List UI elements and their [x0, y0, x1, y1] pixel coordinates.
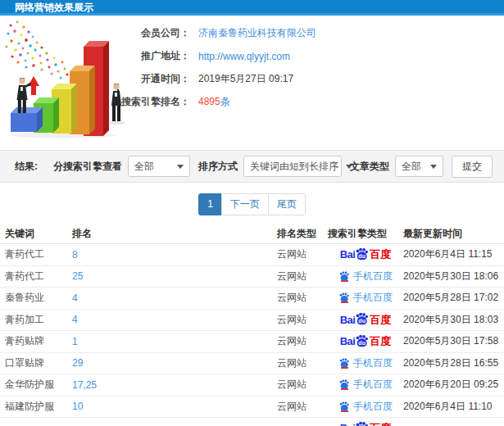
mobile-baidu-logo: 手机百度 [338, 291, 393, 305]
baidu-logo-cn: 百度 [370, 249, 391, 260]
rank-link[interactable]: 10 [72, 401, 83, 412]
rank-type-cell: 云网站 [277, 270, 328, 283]
engine-cell: 手机百度 [328, 291, 403, 305]
baidu-paw-icon: du [355, 421, 369, 426]
rank-link[interactable]: 29 [72, 357, 83, 369]
baidu-logo: Baidu百度 [340, 247, 392, 262]
rank-link[interactable]: 25 [72, 270, 83, 282]
rank-cell: 4 [72, 314, 277, 325]
engine-cell: 手机百度 [328, 400, 403, 414]
open-time-value: 2019年5月27日 09:17 [198, 72, 293, 86]
member-company-row: 会员公司： 济南秦鲁药业科技有限公司 [89, 27, 316, 39]
submit-button[interactable]: 提交 [452, 156, 493, 178]
updated-cell: 2020年6月4日 11:15 [403, 247, 504, 261]
rank-link[interactable]: 17,25 [72, 379, 97, 391]
rank-cell: 1 [72, 336, 277, 347]
header-rank: 排名 [72, 227, 277, 241]
next-page-button[interactable]: 下一页 [221, 193, 269, 215]
baidu-paw-icon [338, 271, 350, 282]
rank-link[interactable]: 4 [72, 292, 78, 304]
promo-url-row: 推广地址： http://www.qlyyjt.com [89, 50, 316, 62]
rank-link[interactable]: 4 [72, 314, 78, 325]
baidu-paw-icon: du [355, 247, 369, 261]
updated-cell: 2020年5月28日 17:02 [403, 291, 504, 305]
table-row: 秦鲁药业4云网站手机百度2020年5月28日 17:02 [0, 288, 504, 310]
keyword-cell: 秦鲁药业 [5, 291, 72, 305]
baidu-paw-icon [338, 379, 350, 390]
mobile-baidu-logo: 手机百度 [338, 400, 393, 414]
mobile-baidu-label: 手机百度 [353, 356, 393, 370]
mobile-baidu-label: 手机百度 [353, 400, 393, 414]
baidu-logo-cn: 百度 [370, 423, 391, 426]
engine-cell: 手机百度 [328, 378, 403, 392]
mobile-baidu-label: 手机百度 [353, 378, 393, 392]
baidu-logo: Baidu百度 [340, 334, 392, 349]
baidu-logo: Baidu百度 [340, 421, 392, 426]
engine-filter-label: 分搜索引擎查看 [53, 160, 122, 174]
updated-cell: 2020年6月4日 11:10 [403, 400, 504, 414]
engine-cell: Baidu百度 [328, 421, 403, 426]
table-row: 福建防护服10云网站手机百度2020年6月4日 11:10 [0, 397, 504, 419]
keyword-cell: 膏药代工 [5, 270, 72, 283]
page-title: 网络营销效果展示 [15, 2, 93, 13]
promo-url-link[interactable]: http://www.qlyyjt.com [198, 51, 290, 62]
mobile-baidu-label: 手机百度 [353, 291, 393, 305]
pagination: 1 下一页 尾页 [0, 193, 504, 215]
header-rank-type: 排名类型 [277, 227, 328, 241]
rank-count-label: 搜索引擎排名： [89, 95, 190, 109]
last-page-button[interactable]: 尾页 [268, 193, 306, 215]
mobile-baidu-logo: 手机百度 [338, 270, 393, 283]
baidu-paw-icon [338, 401, 350, 412]
article-type-filter-label: 文章类型 [350, 160, 389, 174]
rank-link[interactable]: 1 [72, 336, 78, 347]
baidu-logo-cn: 百度 [370, 315, 391, 325]
confetti-dots [6, 21, 69, 79]
results-section-label: 结果: [15, 160, 38, 174]
page-1-button[interactable]: 1 [198, 193, 222, 215]
baidu-paw-icon [338, 292, 350, 303]
keyword-cell: 膏药贴牌 [5, 334, 72, 348]
rank-type-cell: 云网站 [277, 291, 328, 305]
member-info-form: 会员公司： 济南秦鲁药业科技有限公司 推广地址： http://www.qlyy… [89, 27, 316, 119]
caret-down-icon [177, 165, 184, 169]
member-company-label: 会员公司： [89, 26, 190, 40]
baidu-logo-bai: Bai [340, 315, 356, 325]
sort-filter-label: 排序方式 [198, 160, 238, 174]
table-row: 口罩贴牌29云网站手机百度2020年5月28日 16:55 [0, 353, 504, 375]
rank-cell: 10 [72, 401, 277, 412]
rank-type-cell: 云网站 [277, 400, 328, 414]
header-keyword: 关键词 [5, 227, 72, 241]
baidu-paw-icon: du [355, 312, 369, 325]
rank-type-cell: 云网站 [277, 313, 328, 327]
table-row: 膏药贴牌1云网站Baidu百度2020年5月30日 17:58 [0, 331, 504, 353]
rank-type-cell: 云网站 [277, 247, 328, 261]
updated-cell: 2020年5月30日 17:58 [403, 334, 504, 348]
header-engine-type: 搜索引擎类型 [328, 227, 403, 241]
info-section: 会员公司： 济南秦鲁药业科技有限公司 推广地址： http://www.qlyy… [0, 16, 504, 150]
sort-select[interactable]: 关键词由短到长排序 [243, 156, 342, 177]
rank-cell: 8 [72, 249, 277, 261]
keyword-ranking-table: 关键词 排名 排名类型 搜索引擎类型 最新更新时间 膏药代工8云网站Baidu百… [0, 224, 504, 426]
updated-cell: 2020年6月20日 09:25 [403, 378, 504, 392]
updated-cell: 2020年5月28日 16:55 [403, 356, 504, 370]
rank-count-value: 4895条 [198, 95, 230, 109]
rank-cell: 25 [72, 270, 277, 282]
open-time-row: 开通时间： 2019年5月27日 09:17 [89, 73, 316, 85]
engine-select[interactable]: 全部 [128, 156, 190, 177]
rank-link[interactable]: 8 [72, 249, 78, 261]
sort-select-value: 关键词由短到长排序 [250, 160, 338, 174]
keyword-cell: 膏药加工 [5, 313, 72, 327]
table-row: 膏药代工8云网站Baidu百度2020年6月4日 11:15 [0, 244, 504, 266]
member-company-link[interactable]: 济南秦鲁药业科技有限公司 [198, 26, 316, 40]
engine-select-value: 全部 [134, 160, 154, 174]
rank-count-row: 搜索引擎排名： 4895条 [89, 96, 316, 108]
keyword-cell: 福建防护服 [5, 400, 72, 414]
promo-url-label: 推广地址： [89, 49, 190, 63]
baidu-logo-bai: Bai [340, 336, 356, 347]
article-type-select-value: 全部 [402, 160, 421, 174]
mobile-baidu-logo: 手机百度 [338, 356, 393, 370]
mobile-baidu-logo: 手机百度 [338, 378, 393, 392]
article-type-select[interactable]: 全部 [395, 156, 443, 177]
filter-bar: 结果: 分搜索引擎查看 全部 排序方式 关键词由短到长排序 文章类型 全部 提交 [0, 150, 504, 183]
up-arrow [28, 76, 39, 95]
